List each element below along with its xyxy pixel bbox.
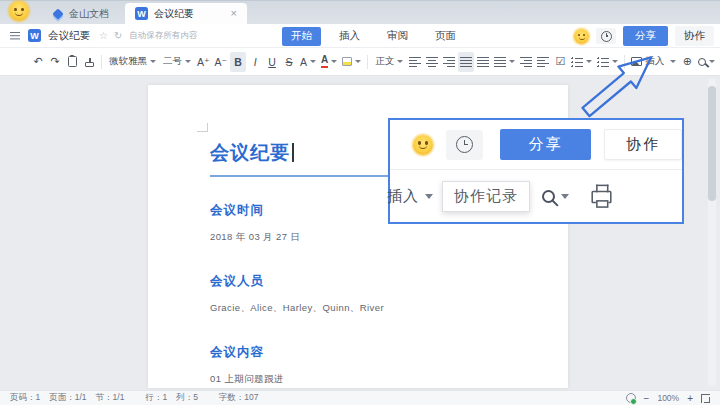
tab-page[interactable]: 页面	[426, 27, 465, 46]
collab-button-large[interactable]: 协作	[604, 129, 682, 160]
indent-decrease-button[interactable]	[518, 52, 534, 72]
chevron-down-icon	[612, 60, 618, 63]
indent-decrease-icon	[520, 57, 532, 67]
divider	[367, 55, 368, 69]
shading-button[interactable]	[492, 52, 517, 72]
menu-bar-right: 分享 协作	[574, 24, 714, 48]
justify-button[interactable]	[458, 52, 474, 72]
line-spacing-icon	[477, 57, 489, 67]
bold-button[interactable]: B	[230, 52, 246, 72]
format-painter-button[interactable]	[81, 52, 97, 72]
favorite-star-icon[interactable]: ☆	[99, 30, 108, 41]
printer-icon-large	[591, 191, 611, 203]
line-spacing-button[interactable]	[475, 52, 491, 72]
align-left-button[interactable]	[407, 52, 423, 72]
tab-document-active[interactable]: W 会议纪要 ×	[125, 3, 247, 24]
tab-kdocs-home[interactable]: 金山文档	[43, 3, 119, 24]
paste-button[interactable]	[64, 52, 80, 72]
font-color-button[interactable]: A	[319, 52, 339, 72]
tab-home[interactable]: 开始	[282, 27, 321, 46]
history-button-large[interactable]	[446, 130, 483, 160]
divider	[624, 55, 625, 69]
history-button[interactable]	[596, 28, 616, 44]
underline-button[interactable]: U	[264, 52, 280, 72]
numbered-list-button[interactable]	[595, 52, 620, 72]
style-value: 正文	[375, 55, 394, 68]
share-button[interactable]: 分享	[623, 26, 668, 46]
more-tools-button[interactable]: ⊕	[679, 52, 695, 72]
chevron-down-icon	[586, 60, 592, 63]
doc-section-heading: 会议人员	[210, 273, 558, 290]
close-icon[interactable]: ×	[231, 8, 237, 19]
word-count: 字数：107	[219, 392, 259, 404]
doc-section-heading: 会议内容	[210, 344, 558, 361]
checkbox-button[interactable]: ☑	[552, 52, 568, 72]
clock-icon	[601, 31, 612, 42]
redo-button[interactable]: ↷	[47, 52, 63, 72]
chevron-down-icon	[561, 194, 569, 199]
tab-review[interactable]: 审阅	[378, 27, 417, 46]
search-button[interactable]	[696, 52, 717, 72]
align-left-icon	[409, 57, 421, 67]
callout-top-row: 分享 协作	[390, 120, 682, 170]
indent-increase-icon	[537, 57, 549, 67]
font-size-select[interactable]: 二号	[160, 55, 194, 68]
vertical-scrollbar[interactable]	[708, 78, 716, 386]
italic-button[interactable]: I	[247, 52, 263, 72]
zoom-in-button[interactable]: +	[687, 393, 693, 404]
hamburger-menu-icon[interactable]	[10, 32, 20, 33]
zoom-out-button[interactable]: −	[644, 393, 650, 404]
highlight-icon	[342, 57, 352, 66]
chevron-down-icon	[355, 60, 361, 63]
chevron-down-icon	[150, 60, 156, 63]
line-info: 行：1	[145, 392, 167, 404]
image-icon	[631, 57, 642, 66]
callout-bottom-row: 插入 协作记录	[390, 170, 682, 222]
insert-picture-button[interactable]: 插入	[629, 52, 678, 72]
align-right-button[interactable]	[441, 52, 457, 72]
text-effects-button[interactable]: A	[298, 52, 318, 72]
menu-bar: W 会议纪要 ☆ ↻ 自动保存所有内容 开始 插入 审阅 页面 分享 协作	[0, 24, 720, 48]
align-center-button[interactable]	[424, 52, 440, 72]
tab-label: 金山文档	[69, 7, 109, 21]
strikethrough-button[interactable]: S	[281, 52, 297, 72]
eye-protection-icon[interactable]	[626, 393, 636, 403]
scrollbar-thumb[interactable]	[708, 86, 716, 201]
paragraph-style-select[interactable]: 正文	[372, 55, 406, 68]
decrease-font-button[interactable]: A⁻	[213, 52, 230, 72]
autosave-sync-icon: ↻	[114, 30, 122, 41]
search-icon-large	[542, 190, 555, 203]
font-family-value: 微软雅黑	[109, 55, 147, 68]
doc-title-text: 会议纪要	[210, 142, 290, 163]
doc-paragraph: 2018 年 03 月 27 日	[210, 231, 558, 244]
status-bar: 页码：1 页面：1/1 节：1/1 行：1 列：5 字数：107 − 100% …	[0, 390, 720, 405]
share-button-large[interactable]: 分享	[500, 129, 592, 160]
sun-smiley-icon[interactable]	[574, 29, 589, 44]
fullscreen-icon[interactable]	[701, 394, 710, 403]
writer-logo-icon[interactable]: W	[28, 29, 41, 42]
page-count: 页面：1/1	[49, 392, 86, 404]
chevron-down-icon	[397, 60, 403, 63]
wps-writer-app: 金山文档 W 会议纪要 × W 会议纪要 ☆ ↻ 自动保存所有内容 开始 插入 …	[0, 0, 720, 405]
insert-label: 插入	[642, 55, 667, 68]
undo-button[interactable]: ↶	[30, 52, 46, 72]
tab-insert[interactable]: 插入	[330, 27, 369, 46]
increase-font-button[interactable]: A⁺	[195, 52, 212, 72]
clipboard-icon	[68, 56, 77, 67]
text-effects-icon: A	[300, 56, 307, 68]
font-family-select[interactable]: 微软雅黑	[106, 55, 159, 68]
highlight-button[interactable]	[340, 52, 363, 72]
chevron-down-icon	[331, 60, 337, 63]
bullet-list-icon	[571, 57, 583, 67]
chevron-down-icon	[709, 60, 715, 63]
collab-button[interactable]: 协作	[675, 26, 714, 46]
divider	[101, 55, 102, 69]
indent-increase-button[interactable]	[535, 52, 551, 72]
numbered-list-icon	[597, 57, 609, 67]
insert-label-large: 插入	[387, 187, 419, 206]
justify-icon	[460, 57, 472, 67]
bullet-list-button[interactable]	[569, 52, 594, 72]
collab-history-tooltip: 协作记录	[442, 181, 530, 212]
ribbon-tabs: 开始 插入 审阅 页面	[282, 24, 465, 48]
kdocs-logo-icon	[52, 8, 63, 19]
